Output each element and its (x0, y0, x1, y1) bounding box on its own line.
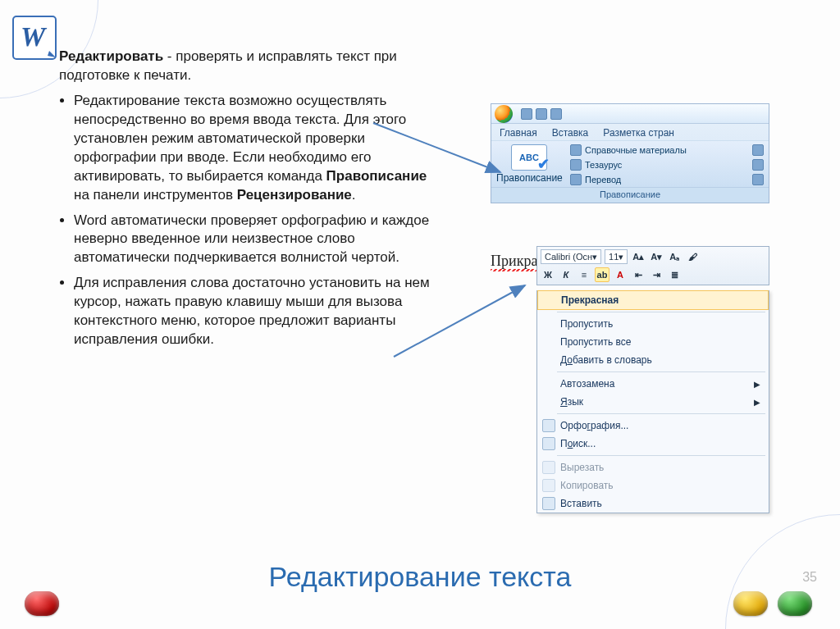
ctx-separator (557, 455, 765, 456)
ribbon-extra-1[interactable] (752, 144, 764, 156)
ribbon-tabs: Главная Вставка Разметка стран (491, 124, 769, 140)
bullet-3: Для исправления слова достаточно установ… (74, 274, 436, 349)
font-name-select[interactable]: Calibri (Осн ▾ (541, 249, 601, 264)
ribbon-item-research[interactable]: Справочные материалы (570, 144, 687, 156)
ctx-skip[interactable]: Пропустить (537, 315, 769, 333)
ribbon-titlebar (491, 104, 769, 124)
paste-icon (542, 497, 555, 510)
tab-home[interactable]: Главная (500, 127, 537, 139)
shrink-font-icon[interactable]: A▾ (649, 249, 664, 264)
chevron-right-icon: ▶ (754, 380, 760, 389)
spelling-icon (542, 419, 555, 432)
lead-paragraph: Редактировать - проверять и исправлять т… (59, 48, 436, 85)
extra-icon (752, 159, 764, 171)
bullet-2: Word автоматически проверяет орфографию … (74, 212, 436, 268)
ctx-add-dictionary[interactable]: Добавить в словарь (537, 351, 769, 369)
ctx-copy: Копировать (537, 476, 769, 495)
highlight-button[interactable]: ab (595, 267, 609, 282)
ctx-cut: Вырезать (537, 458, 769, 476)
bold-button[interactable]: Ж (541, 267, 555, 282)
ctx-find[interactable]: Поиск... (537, 435, 769, 453)
word-app-icon: W (8, 11, 61, 64)
ctx-suggestion[interactable]: Прекрасная (537, 290, 769, 310)
font-size-select[interactable]: 11 ▾ (605, 249, 628, 264)
document-context-area: Прикрасная Calibri (Осн ▾ 11 ▾ A▴ A▾ Aₐ … (491, 253, 769, 270)
indent-inc-button[interactable]: ⇥ (649, 267, 664, 282)
nav-green-button[interactable] (778, 591, 812, 616)
ribbon-extra-2[interactable] (752, 159, 764, 171)
ribbon-extra-3[interactable] (752, 174, 764, 185)
find-icon (542, 437, 555, 450)
nav-yellow-button[interactable] (733, 591, 768, 616)
ctx-separator (557, 413, 765, 414)
qat-redo-icon[interactable] (550, 108, 562, 120)
change-case-icon[interactable]: Aₐ (667, 249, 682, 264)
ribbon-group-caption: Правописание (491, 187, 769, 203)
qat-undo-icon[interactable] (536, 108, 547, 120)
tab-layout[interactable]: Разметка стран (603, 127, 674, 139)
extra-icon (752, 174, 764, 185)
format-painter-icon[interactable]: 🖌 (685, 249, 700, 264)
ctx-paste[interactable]: Вставить (537, 495, 769, 513)
mini-toolbar: Calibri (Осн ▾ 11 ▾ A▴ A▾ Aₐ 🖌 Ж К ≡ ab … (536, 246, 769, 285)
context-menu: Прекрасная Пропустить Пропустить все Доб… (536, 290, 769, 513)
spelling-big-button[interactable]: ABC Правописание (496, 144, 562, 185)
svg-text:W: W (21, 21, 48, 52)
copy-icon (542, 479, 555, 492)
tab-insert[interactable]: Вставка (552, 127, 589, 139)
office-button-icon[interactable] (495, 105, 513, 123)
indent-dec-button[interactable]: ⇤ (631, 267, 646, 282)
thesaurus-icon (570, 159, 582, 171)
ctx-language[interactable]: Язык▶ (537, 393, 769, 411)
grow-font-icon[interactable]: A▴ (631, 249, 646, 264)
ctx-spelling[interactable]: Орфография... (537, 417, 769, 435)
chevron-right-icon: ▶ (754, 398, 760, 407)
ribbon-mini-right (752, 144, 764, 185)
ribbon-mini-list: Справочные материалы Тезаурус Перевод (570, 144, 687, 185)
cut-icon (542, 461, 555, 474)
ctx-separator (557, 371, 765, 372)
spelling-big-label: Правописание (496, 172, 562, 184)
bullets-button[interactable]: ≣ (667, 267, 682, 282)
font-color-button[interactable]: A (613, 267, 628, 282)
page-number: 35 (802, 570, 817, 585)
ribbon-panel: Главная Вставка Разметка стран ABC Право… (491, 103, 769, 203)
ribbon-item-translate[interactable]: Перевод (570, 174, 687, 185)
extra-icon (752, 144, 764, 156)
lead-bold: Редактировать (59, 48, 163, 64)
ribbon-group: ABC Правописание Справочные материалы Те… (491, 140, 769, 187)
nav-red-button[interactable] (25, 591, 59, 616)
ctx-autocorrect[interactable]: Автозамена▶ (537, 375, 769, 393)
text-content: Редактировать - проверять и исправлять т… (59, 48, 436, 356)
translate-icon (570, 174, 582, 185)
slide-title: Редактирование текста (0, 561, 840, 593)
qat-save-icon[interactable] (521, 108, 532, 120)
abc-check-icon: ABC (511, 144, 547, 171)
italic-button[interactable]: К (559, 267, 573, 282)
quick-access-toolbar[interactable] (521, 108, 562, 120)
research-icon (570, 144, 582, 156)
ctx-skip-all[interactable]: Пропустить все (537, 333, 769, 351)
bullet-1: Редактирование текста возможно осуществл… (74, 92, 436, 205)
ribbon-item-thesaurus[interactable]: Тезаурус (570, 159, 687, 171)
ctx-separator (557, 312, 765, 312)
align-button[interactable]: ≡ (577, 267, 591, 282)
